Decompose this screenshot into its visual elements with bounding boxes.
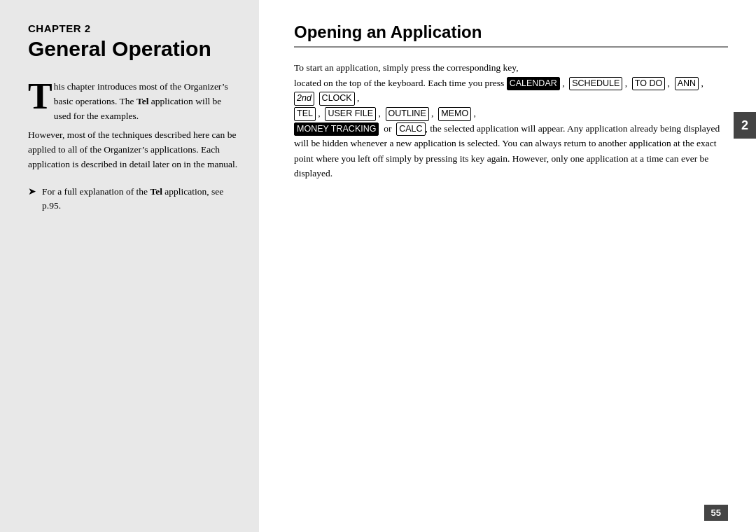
chapter-tab: 2 xyxy=(734,112,756,139)
chapter-title: General Operation xyxy=(28,37,238,60)
bullet-text: For a full explanation of the Tel applic… xyxy=(42,185,238,214)
left-content: T his chapter introduces most of the Org… xyxy=(28,80,238,214)
page-number: 55 xyxy=(704,505,728,521)
bullet-arrow: ➤ xyxy=(28,186,36,197)
or-text: or xyxy=(384,123,391,134)
left-panel: CHAPTER 2 General Operation T his chapte… xyxy=(0,0,259,532)
chapter-label: CHAPTER 2 xyxy=(28,22,238,34)
key-userfile: USER FILE xyxy=(325,107,376,121)
body-text: To start an application, simply press th… xyxy=(294,60,728,181)
bullet-section: ➤ For a full explanation of the Tel appl… xyxy=(28,185,238,214)
key-calendar: CALENDAR xyxy=(507,77,560,91)
intro-continued: However, most of the techniques describe… xyxy=(28,128,238,172)
key-outline: OUTLINE xyxy=(386,107,429,121)
right-panel: Opening an Application To start an appli… xyxy=(259,0,756,532)
key-calc: CALC xyxy=(396,122,425,136)
key-tel: TEL xyxy=(294,107,316,121)
section-title: Opening an Application xyxy=(294,22,728,48)
key-ann: ANN xyxy=(675,77,699,91)
key-2nd: 2nd xyxy=(294,92,314,106)
key-clock: CLOCK xyxy=(319,92,355,106)
intro-text: his chapter introduces most of the Organ… xyxy=(54,81,228,121)
key-memo: MEMO xyxy=(438,107,471,121)
key-todo: TO DO xyxy=(632,77,665,91)
key-schedule: SCHEDULE xyxy=(569,77,622,91)
key-moneytracking: MONEY TRACKING xyxy=(294,122,379,136)
drop-cap: T xyxy=(28,81,52,112)
